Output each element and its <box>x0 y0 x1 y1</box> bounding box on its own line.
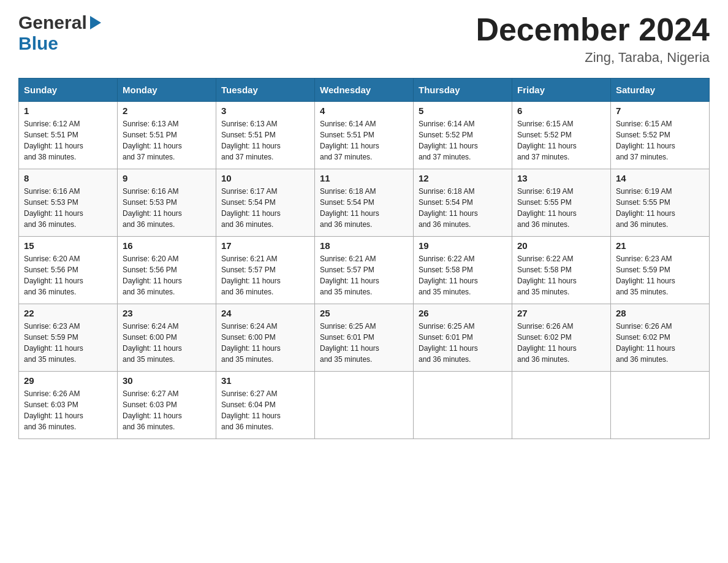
calendar-cell: 20Sunrise: 6:22 AMSunset: 5:58 PMDayligh… <box>512 237 611 304</box>
calendar-cell: 6Sunrise: 6:15 AMSunset: 5:52 PMDaylight… <box>512 102 611 169</box>
day-info: Sunrise: 6:22 AMSunset: 5:58 PMDaylight:… <box>419 253 507 297</box>
day-number: 14 <box>616 173 704 183</box>
day-number: 11 <box>320 173 408 183</box>
calendar-cell: 15Sunrise: 6:20 AMSunset: 5:56 PMDayligh… <box>19 237 118 304</box>
day-number: 22 <box>24 308 112 318</box>
day-number: 1 <box>24 105 112 116</box>
day-info: Sunrise: 6:13 AMSunset: 5:51 PMDaylight:… <box>221 118 309 163</box>
calendar-cell: 16Sunrise: 6:20 AMSunset: 5:56 PMDayligh… <box>118 237 216 304</box>
calendar-cell: 27Sunrise: 6:26 AMSunset: 6:02 PMDayligh… <box>512 304 611 372</box>
calendar-cell: 5Sunrise: 6:14 AMSunset: 5:52 PMDaylight… <box>414 102 512 169</box>
day-number: 3 <box>221 105 309 116</box>
header-sunday: Sunday <box>19 79 118 102</box>
calendar-cell: 18Sunrise: 6:21 AMSunset: 5:57 PMDayligh… <box>315 237 414 304</box>
day-info: Sunrise: 6:23 AMSunset: 5:59 PMDaylight:… <box>24 321 112 365</box>
calendar-table: SundayMondayTuesdayWednesdayThursdayFrid… <box>18 78 710 439</box>
day-info: Sunrise: 6:12 AMSunset: 5:51 PMDaylight:… <box>24 118 112 163</box>
day-info: Sunrise: 6:14 AMSunset: 5:52 PMDaylight:… <box>419 118 507 163</box>
day-info: Sunrise: 6:16 AMSunset: 5:53 PMDaylight:… <box>123 186 211 230</box>
day-info: Sunrise: 6:17 AMSunset: 5:54 PMDaylight:… <box>221 186 309 230</box>
day-number: 21 <box>616 240 704 251</box>
day-info: Sunrise: 6:14 AMSunset: 5:51 PMDaylight:… <box>320 118 408 163</box>
day-info: Sunrise: 6:27 AMSunset: 6:04 PMDaylight:… <box>221 388 309 432</box>
day-info: Sunrise: 6:18 AMSunset: 5:54 PMDaylight:… <box>419 186 507 230</box>
day-info: Sunrise: 6:13 AMSunset: 5:51 PMDaylight:… <box>123 118 211 163</box>
calendar-cell: 3Sunrise: 6:13 AMSunset: 5:51 PMDaylight… <box>216 102 315 169</box>
day-info: Sunrise: 6:24 AMSunset: 6:00 PMDaylight:… <box>123 321 211 365</box>
day-info: Sunrise: 6:25 AMSunset: 6:01 PMDaylight:… <box>320 321 408 365</box>
day-number: 24 <box>221 308 309 318</box>
calendar-cell <box>512 372 611 439</box>
day-number: 27 <box>517 308 605 318</box>
day-number: 6 <box>517 105 605 116</box>
calendar-cell: 28Sunrise: 6:26 AMSunset: 6:02 PMDayligh… <box>611 304 710 372</box>
calendar-cell <box>315 372 414 439</box>
day-info: Sunrise: 6:26 AMSunset: 6:03 PMDaylight:… <box>24 388 112 432</box>
logo: General Blue <box>18 12 102 54</box>
calendar-cell: 1Sunrise: 6:12 AMSunset: 5:51 PMDaylight… <box>19 102 118 169</box>
day-number: 17 <box>221 240 309 251</box>
day-number: 26 <box>419 308 507 318</box>
calendar-cell: 31Sunrise: 6:27 AMSunset: 6:04 PMDayligh… <box>216 372 315 439</box>
day-info: Sunrise: 6:19 AMSunset: 5:55 PMDaylight:… <box>517 186 605 230</box>
calendar-cell: 8Sunrise: 6:16 AMSunset: 5:53 PMDaylight… <box>19 169 118 237</box>
day-info: Sunrise: 6:25 AMSunset: 6:01 PMDaylight:… <box>419 321 507 365</box>
day-info: Sunrise: 6:22 AMSunset: 5:58 PMDaylight:… <box>517 253 605 297</box>
calendar-cell <box>611 372 710 439</box>
calendar-cell: 7Sunrise: 6:15 AMSunset: 5:52 PMDaylight… <box>611 102 710 169</box>
calendar-week-row: 22Sunrise: 6:23 AMSunset: 5:59 PMDayligh… <box>19 304 710 372</box>
calendar-header-row: SundayMondayTuesdayWednesdayThursdayFrid… <box>19 79 710 102</box>
header-wednesday: Wednesday <box>315 79 414 102</box>
calendar-week-row: 29Sunrise: 6:26 AMSunset: 6:03 PMDayligh… <box>19 372 710 439</box>
day-number: 18 <box>320 240 408 251</box>
day-number: 30 <box>123 375 211 386</box>
calendar-cell: 29Sunrise: 6:26 AMSunset: 6:03 PMDayligh… <box>19 372 118 439</box>
logo-blue-text: Blue <box>18 33 58 54</box>
header-friday: Friday <box>512 79 611 102</box>
day-number: 23 <box>123 308 211 318</box>
day-info: Sunrise: 6:15 AMSunset: 5:52 PMDaylight:… <box>517 118 605 163</box>
header-saturday: Saturday <box>611 79 710 102</box>
header-monday: Monday <box>118 79 216 102</box>
day-number: 16 <box>123 240 211 251</box>
calendar-cell: 19Sunrise: 6:22 AMSunset: 5:58 PMDayligh… <box>414 237 512 304</box>
day-number: 12 <box>419 173 507 183</box>
day-info: Sunrise: 6:23 AMSunset: 5:59 PMDaylight:… <box>616 253 704 297</box>
month-title: December 2024 <box>476 12 710 47</box>
calendar-cell: 2Sunrise: 6:13 AMSunset: 5:51 PMDaylight… <box>118 102 216 169</box>
day-info: Sunrise: 6:20 AMSunset: 5:56 PMDaylight:… <box>123 253 211 297</box>
day-number: 13 <box>517 173 605 183</box>
day-number: 8 <box>24 173 112 183</box>
day-info: Sunrise: 6:15 AMSunset: 5:52 PMDaylight:… <box>616 118 704 163</box>
day-info: Sunrise: 6:21 AMSunset: 5:57 PMDaylight:… <box>320 253 408 297</box>
day-number: 19 <box>419 240 507 251</box>
calendar-cell: 4Sunrise: 6:14 AMSunset: 5:51 PMDaylight… <box>315 102 414 169</box>
day-number: 4 <box>320 105 408 116</box>
calendar-cell: 12Sunrise: 6:18 AMSunset: 5:54 PMDayligh… <box>414 169 512 237</box>
calendar-cell: 10Sunrise: 6:17 AMSunset: 5:54 PMDayligh… <box>216 169 315 237</box>
header-thursday: Thursday <box>414 79 512 102</box>
calendar-cell: 14Sunrise: 6:19 AMSunset: 5:55 PMDayligh… <box>611 169 710 237</box>
day-info: Sunrise: 6:19 AMSunset: 5:55 PMDaylight:… <box>616 186 704 230</box>
calendar-cell: 17Sunrise: 6:21 AMSunset: 5:57 PMDayligh… <box>216 237 315 304</box>
day-number: 7 <box>616 105 704 116</box>
day-number: 25 <box>320 308 408 318</box>
day-number: 20 <box>517 240 605 251</box>
page-header: General Blue December 2024 Zing, Taraba,… <box>18 12 710 66</box>
header-tuesday: Tuesday <box>216 79 315 102</box>
calendar-cell: 21Sunrise: 6:23 AMSunset: 5:59 PMDayligh… <box>611 237 710 304</box>
day-number: 5 <box>419 105 507 116</box>
calendar-cell: 30Sunrise: 6:27 AMSunset: 6:03 PMDayligh… <box>118 372 216 439</box>
logo-general-text: General <box>18 12 87 33</box>
day-info: Sunrise: 6:16 AMSunset: 5:53 PMDaylight:… <box>24 186 112 230</box>
day-info: Sunrise: 6:27 AMSunset: 6:03 PMDaylight:… <box>123 388 211 432</box>
day-info: Sunrise: 6:21 AMSunset: 5:57 PMDaylight:… <box>221 253 309 297</box>
logo-arrow-icon <box>90 16 101 29</box>
calendar-cell: 9Sunrise: 6:16 AMSunset: 5:53 PMDaylight… <box>118 169 216 237</box>
day-number: 2 <box>123 105 211 116</box>
calendar-week-row: 1Sunrise: 6:12 AMSunset: 5:51 PMDaylight… <box>19 102 710 169</box>
day-info: Sunrise: 6:26 AMSunset: 6:02 PMDaylight:… <box>517 321 605 365</box>
calendar-cell: 24Sunrise: 6:24 AMSunset: 6:00 PMDayligh… <box>216 304 315 372</box>
day-number: 31 <box>221 375 309 386</box>
calendar-cell <box>414 372 512 439</box>
